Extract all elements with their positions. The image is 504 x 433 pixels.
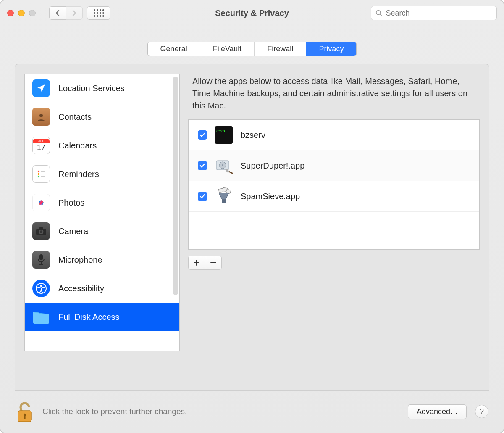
sidebar-item-label: Camera [58,227,88,236]
lock-hint-text: Click the lock to prevent further change… [42,407,187,416]
sidebar-item-camera[interactable]: Camera [25,217,179,246]
description-text: Allow the apps below to access data like… [188,74,480,119]
content-panel: Location ServicesContactsJUL17CalendarsR… [15,64,489,391]
folder-icon [32,308,50,326]
sidebar-item-label: Full Disk Access [58,312,120,322]
minus-icon [210,259,217,266]
permission-checkbox[interactable] [198,192,207,201]
close-icon[interactable] [7,10,14,16]
reminders-list-icon [32,165,50,183]
app-row[interactable]: SpamSieve.app [189,181,479,212]
sidebar-item-full-disk-access[interactable]: Full Disk Access [25,303,179,331]
sidebar-item-label: Reminders [58,169,99,179]
maximize-icon [29,10,36,16]
search-input[interactable] [386,9,492,18]
camera-icon [32,222,50,240]
main-pane: Allow the apps below to access data like… [188,74,480,381]
svg-rect-29 [218,188,223,193]
sidebar-item-label: Contacts [58,112,92,122]
search-field[interactable] [371,6,497,20]
app-permission-list: execbzservSuperDuper!.appSpamSieve.app [188,119,480,250]
chevron-left-icon [55,10,60,16]
preferences-window: Security & Privacy GeneralFileVaultFirew… [0,0,504,433]
help-button[interactable]: ? [475,405,488,418]
check-icon [200,193,205,199]
tab-privacy[interactable]: Privacy [306,42,356,56]
sidebar-item-microphone[interactable]: Microphone [25,246,179,274]
footer: Click the lock to prevent further change… [0,391,504,433]
app-name-label: SuperDuper!.app [241,161,304,171]
sidebar-item-label: Microphone [58,255,102,265]
svg-point-28 [222,164,223,166]
check-icon [200,163,205,169]
sidebar-item-contacts[interactable]: Contacts [25,103,179,131]
svg-rect-21 [39,254,43,260]
sidebar-item-photos[interactable]: Photos [25,188,179,217]
sidebar-item-label: Location Services [58,84,125,93]
app-name-label: SpamSieve.app [241,192,300,201]
svg-point-4 [38,173,39,175]
location-arrow-icon [32,79,50,97]
privacy-category-sidebar: Location ServicesContactsJUL17CalendarsR… [24,74,180,351]
accessibility-icon [32,280,50,297]
svg-rect-35 [24,415,25,419]
advanced-button[interactable]: Advanced… [408,404,467,419]
photos-flower-icon [32,194,50,211]
tab-bar: GeneralFileVaultFirewallPrivacy [0,42,504,56]
tab-firewall[interactable]: Firewall [255,42,306,56]
microphone-icon [32,251,50,269]
tab-filevault[interactable]: FileVault [200,42,255,56]
titlebar: Security & Privacy [0,0,504,26]
permission-checkbox[interactable] [198,130,207,140]
sidebar-item-label: Calendars [58,141,97,150]
nav-buttons [49,6,83,20]
svg-point-25 [40,285,42,287]
chevron-right-icon [72,10,77,16]
svg-line-1 [380,14,382,16]
app-row[interactable]: execbzserv [189,120,479,150]
sidebar-item-calendars[interactable]: JUL17Calendars [25,131,179,160]
contacts-book-icon [32,108,50,126]
question-icon: ? [480,407,484,416]
unlocked-padlock-icon[interactable] [16,401,34,422]
svg-point-3 [38,171,39,172]
check-icon [200,132,205,138]
sidebar-item-label: Photos [58,198,84,208]
scrollbar[interactable] [173,77,178,295]
grid-icon [94,9,104,17]
terminal-exec-icon: exec [215,126,233,144]
add-button[interactable] [188,256,205,270]
sidebar-item-location-services[interactable]: Location Services [25,74,179,103]
add-remove-buttons [188,256,480,270]
sidebar-item-accessibility[interactable]: Accessibility [25,274,179,303]
minimize-icon[interactable] [18,10,25,16]
sidebar-item-label: Accessibility [58,284,104,293]
spam-sieve-icon [215,187,233,206]
forward-button[interactable] [66,6,83,20]
svg-point-5 [38,176,39,177]
tab-general[interactable]: General [148,42,200,56]
app-name-label: bzserv [241,130,265,140]
calendar-17-icon: JUL17 [32,137,50,154]
search-icon [375,9,382,17]
plus-icon [193,259,200,266]
sidebar-item-reminders[interactable]: Reminders [25,160,179,188]
permission-checkbox[interactable] [198,161,207,170]
svg-rect-18 [39,227,43,229]
remove-button[interactable] [205,256,222,270]
svg-point-20 [40,230,42,233]
disk-clone-icon [215,156,233,175]
window-controls [7,10,36,16]
app-row[interactable]: SuperDuper!.app [189,150,479,181]
back-button[interactable] [49,6,66,20]
svg-point-2 [39,114,43,117]
show-all-button[interactable] [87,6,110,20]
